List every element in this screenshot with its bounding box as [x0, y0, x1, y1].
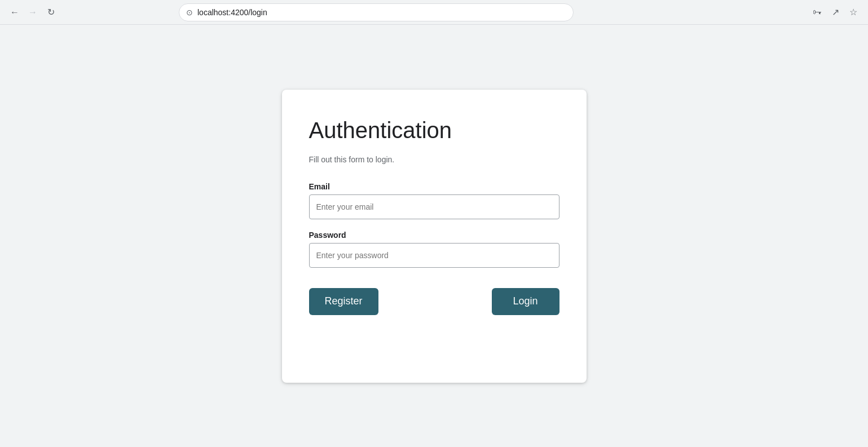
password-label: Password: [309, 231, 559, 240]
address-text: localhost:4200/login: [197, 8, 566, 17]
auth-card: Authentication Fill out this form to log…: [282, 90, 587, 383]
lock-icon: ⊙: [186, 8, 193, 17]
password-group: Password: [309, 231, 559, 268]
nav-buttons: ← → ↻: [7, 5, 59, 20]
register-button[interactable]: Register: [309, 288, 378, 315]
browser-chrome: ← → ↻ ⊙ localhost:4200/login 🗝 ↗ ☆: [0, 0, 868, 25]
email-input[interactable]: [309, 194, 559, 219]
browser-actions: 🗝 ↗ ☆: [809, 5, 861, 20]
key-button[interactable]: 🗝: [809, 5, 825, 20]
form-buttons: Register Login: [309, 288, 559, 315]
email-group: Email: [309, 182, 559, 219]
email-label: Email: [309, 182, 559, 191]
share-icon: ↗: [832, 7, 839, 17]
login-button[interactable]: Login: [492, 288, 559, 315]
page-subtitle: Fill out this form to login.: [309, 155, 559, 164]
bookmark-button[interactable]: ☆: [845, 5, 861, 20]
forward-button[interactable]: →: [25, 5, 41, 20]
page-title: Authentication: [309, 117, 559, 144]
password-input[interactable]: [309, 243, 559, 268]
back-button[interactable]: ←: [7, 5, 23, 20]
back-icon: ←: [10, 7, 19, 17]
page-content: Authentication Fill out this form to log…: [0, 25, 868, 447]
key-icon: 🗝: [813, 7, 822, 17]
reload-button[interactable]: ↻: [43, 5, 59, 20]
star-icon: ☆: [849, 7, 857, 17]
share-button[interactable]: ↗: [827, 5, 843, 20]
address-bar[interactable]: ⊙ localhost:4200/login: [179, 3, 574, 21]
reload-icon: ↻: [47, 7, 55, 17]
forward-icon: →: [28, 7, 37, 17]
